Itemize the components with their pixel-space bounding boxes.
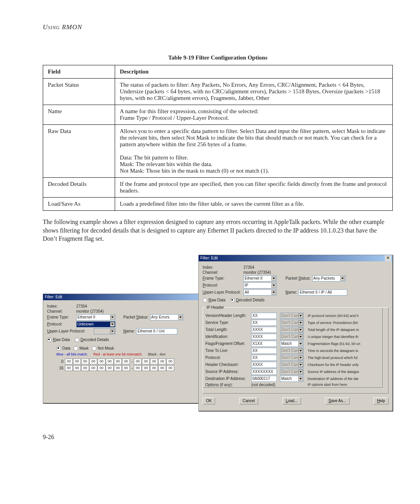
protocol-combo[interactable]: IP — [243, 282, 277, 289]
hex-cell[interactable]: 00 — [166, 365, 174, 371]
hex-cell[interactable]: 00 — [81, 359, 89, 364]
hex-cell[interactable]: 00 — [134, 365, 142, 371]
notmask-radio[interactable] — [92, 346, 96, 351]
screenshot-area: Filter: Edit ✕ Index: 27354 Channel: mon… — [43, 255, 393, 422]
hex-cell[interactable]: 00 — [150, 365, 158, 371]
ip-header-row: Source IP Address:XXXXXXXXDon't CareSour… — [205, 369, 386, 375]
hex-cell[interactable]: 00 — [166, 359, 174, 364]
upper-protocol-label: Upper-Layer Protocol: — [47, 329, 94, 333]
ip-field-label: Options (if any): — [205, 383, 251, 387]
ip-field-value[interactable]: XX — [251, 313, 277, 319]
titlebar[interactable]: Filter: Edit ✕ — [199, 255, 392, 261]
ip-mode-combo[interactable]: Match — [280, 376, 304, 382]
load-button[interactable]: Load... — [282, 397, 301, 404]
ip-header-row: Flags/Fragment Offset:X1XXMatchFragmenta… — [205, 341, 386, 347]
decoded-radio[interactable] — [230, 298, 235, 303]
data-radio[interactable] — [56, 346, 61, 351]
ip-field-value[interactable]: XXXX — [251, 327, 277, 333]
hex-cell[interactable]: 00 — [81, 365, 89, 371]
packet-status-label: Packet Status: — [123, 315, 149, 319]
ip-header-row: Header Checksum:XXXXDon't CareChecksum f… — [205, 362, 386, 368]
hex-cell[interactable]: 00 — [158, 359, 166, 364]
hex-cell[interactable]: 00 — [122, 359, 130, 364]
ip-field-desc: A unique integer that identifies th — [308, 335, 359, 339]
ip-header-group-label: IP Header — [205, 305, 225, 310]
name-field[interactable]: Ethernet II / Unl — [136, 328, 177, 334]
ip-header-row: Identification:XXXXDon't CareA unique in… — [205, 334, 386, 340]
hex-cell[interactable]: 00 — [134, 359, 142, 364]
ip-field-value[interactable]: X1XX — [251, 341, 277, 347]
hex-sep: - — [131, 366, 133, 370]
saveas-button[interactable]: Save As... — [325, 397, 350, 404]
hex-cell[interactable]: 00 — [65, 365, 73, 371]
hex-cell[interactable]: 00 — [122, 365, 130, 371]
ip-header-row: Destination IP Address:0A000117MatchDest… — [205, 376, 386, 382]
packet-status-combo[interactable]: Any Errors — [150, 314, 184, 320]
ip-field-value[interactable]: XX — [251, 320, 277, 326]
table-row: NameA name for this filter expression, c… — [43, 105, 393, 125]
ip-field-value[interactable]: XXXX — [251, 334, 277, 340]
name-label: Name: — [123, 329, 135, 333]
ip-field-value[interactable]: XX — [251, 355, 277, 361]
hex-cell[interactable]: 00 — [98, 365, 105, 371]
hex-cell[interactable]: 00 — [114, 365, 122, 371]
body-paragraph: The following example shows a filter exp… — [43, 218, 393, 243]
upper-protocol-combo[interactable] — [94, 328, 116, 334]
ip-field-value[interactable]: XX — [251, 348, 277, 354]
ip-field-label: Protocol: — [205, 355, 251, 360]
ip-mode-combo: Don't Care — [280, 369, 304, 375]
titlebar[interactable]: Filter: Edit ✕ — [43, 294, 210, 300]
col-field: Field — [43, 65, 115, 79]
ip-field-label: Destination IP Address: — [205, 376, 251, 381]
hex-cell[interactable]: 00 — [142, 365, 150, 371]
hex-cell[interactable]: 00 — [73, 365, 81, 371]
ip-field-value[interactable]: XXXXXXXX — [251, 369, 277, 375]
ip-field-label: Total Length: — [205, 327, 251, 332]
ip-mode-combo: Don't Care — [280, 327, 304, 333]
mask-radio[interactable] — [74, 346, 78, 351]
ip-field-desc: Total length of the IP datagram in — [308, 328, 359, 332]
channel-value: monitor (27354) — [76, 309, 104, 313]
ip-field-value[interactable]: 0A000117 — [251, 376, 277, 382]
hex-offset: 16 — [56, 366, 63, 370]
config-options-table: Field Description Packet StatusThe statu… — [43, 65, 393, 211]
protocol-combo[interactable]: Unknown — [76, 321, 116, 327]
ok-button[interactable]: OK — [203, 397, 215, 404]
hex-offset: 0 — [56, 359, 63, 364]
hex-cell[interactable]: 00 — [73, 359, 81, 364]
ip-field-desc: Checksum for the IP header only — [308, 363, 359, 367]
hex-cell[interactable]: 00 — [106, 359, 114, 364]
hex-cell[interactable]: 00 — [89, 359, 97, 364]
hex-cell[interactable]: 00 — [65, 359, 73, 364]
help-button[interactable]: Help — [373, 397, 388, 404]
cell-field: Packet Status — [43, 79, 115, 105]
frame-type-label: Frame Type: — [203, 276, 243, 280]
hex-cell[interactable]: 00 — [158, 365, 166, 371]
hex-cell[interactable]: 00 — [89, 365, 97, 371]
ip-mode-combo: Don't Care — [280, 348, 304, 354]
hex-cell[interactable]: 00 — [150, 359, 158, 364]
hex-sep: - — [131, 359, 133, 364]
name-field[interactable]: Ethernet II / IP / All — [298, 289, 347, 296]
table-row: Load/Save AsLoads a predefined filter in… — [43, 198, 393, 211]
ip-mode-combo[interactable]: Match — [280, 341, 304, 347]
cancel-button[interactable]: Cancel — [239, 397, 258, 404]
ip-field-value[interactable]: XXXX — [251, 362, 277, 368]
hex-cell[interactable]: 00 — [114, 359, 122, 364]
hex-cell[interactable]: 00 — [142, 359, 150, 364]
close-icon[interactable]: ✕ — [385, 256, 391, 261]
scrollbar-horizontal[interactable] — [203, 387, 383, 393]
frame-type-combo[interactable]: Ethernet II — [243, 275, 277, 282]
packet-status-combo[interactable]: Any Packets — [312, 275, 346, 282]
hex-cell[interactable]: 00 — [98, 359, 105, 364]
channel-label: Channel: — [203, 270, 243, 275]
frame-type-combo[interactable]: Ethernet II — [76, 314, 116, 320]
rawdata-radio[interactable] — [203, 298, 207, 303]
protocol-label: Protocol: — [203, 283, 243, 287]
hex-cell[interactable]: 00 — [106, 365, 114, 371]
ip-field-value: (not decoded) — [251, 383, 278, 387]
scrollbar-vertical[interactable] — [382, 308, 388, 388]
rawdata-radio[interactable] — [47, 338, 52, 342]
decoded-radio[interactable] — [75, 338, 79, 342]
upper-protocol-combo[interactable]: All — [243, 289, 277, 296]
